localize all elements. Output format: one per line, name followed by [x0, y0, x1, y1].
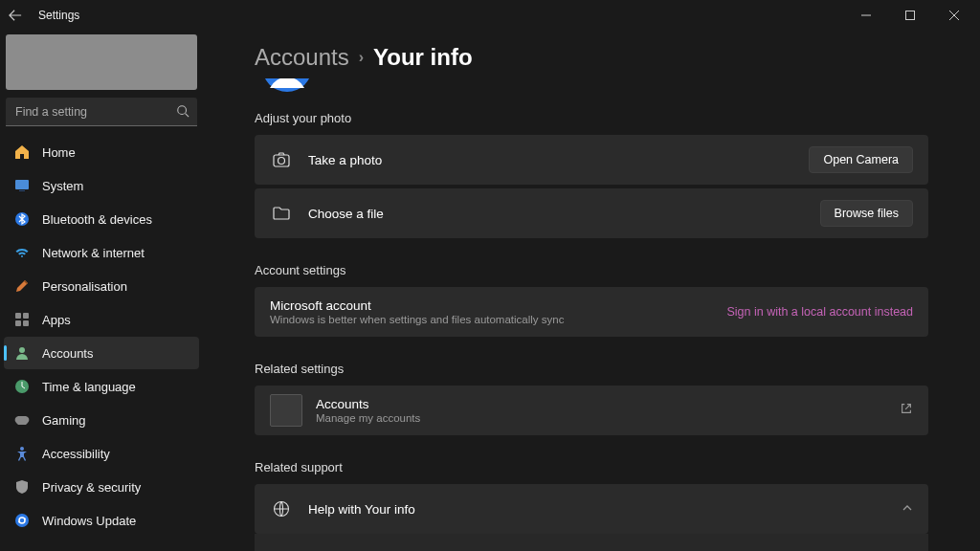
- sidebar-item-apps[interactable]: Apps: [4, 303, 199, 336]
- search-input[interactable]: [6, 98, 197, 126]
- sidebar-item-label: Network & internet: [42, 246, 145, 260]
- svg-point-11: [20, 447, 24, 451]
- sidebar-item-label: Gaming: [42, 413, 86, 428]
- open-external-icon[interactable]: [900, 402, 913, 419]
- sidebar-item-bluetooth[interactable]: Bluetooth & devices: [4, 203, 199, 235]
- accessibility-icon: [13, 446, 31, 461]
- card-choose-file: Choose a file Browse files: [255, 188, 928, 238]
- paint-icon: [13, 278, 31, 294]
- breadcrumb: Accounts › Your info: [255, 44, 928, 71]
- sidebar-item-label: Privacy & security: [42, 480, 141, 495]
- sidebar-item-label: Apps: [42, 313, 71, 327]
- user-info-panel[interactable]: [6, 34, 197, 90]
- main-content: Accounts › Your info Adjust your photo T…: [203, 31, 980, 551]
- sidebar-item-label: Home: [42, 145, 76, 160]
- svg-rect-2: [15, 180, 29, 189]
- maximize-button[interactable]: [888, 0, 932, 31]
- close-icon: [949, 11, 959, 20]
- nav-list: Home System Bluetooth & devices Network …: [4, 136, 199, 537]
- profile-avatar-slice: [262, 78, 312, 96]
- svg-rect-15: [274, 155, 289, 166]
- browse-files-button[interactable]: Browse files: [820, 200, 913, 227]
- sidebar-item-accounts[interactable]: Accounts: [4, 337, 199, 369]
- card-title: Accounts: [316, 397, 900, 411]
- home-icon: [13, 144, 31, 160]
- update-icon: [13, 513, 31, 528]
- card-subtitle: Windows is better when settings and file…: [270, 314, 726, 325]
- gaming-icon: [13, 412, 31, 428]
- sidebar: Home System Bluetooth & devices Network …: [0, 31, 203, 551]
- sidebar-item-accessibility[interactable]: Accessibility: [4, 437, 199, 470]
- sidebar-item-label: System: [42, 179, 83, 193]
- sidebar-item-system[interactable]: System: [4, 169, 199, 202]
- globe-clock-icon: [13, 379, 31, 394]
- section-label-adjust-photo: Adjust your photo: [255, 111, 928, 125]
- svg-rect-3: [19, 190, 25, 191]
- maximize-icon: [905, 11, 915, 20]
- card-title: Choose a file: [308, 207, 820, 221]
- chevron-up-icon: [902, 500, 913, 518]
- titlebar: Settings: [0, 0, 980, 31]
- breadcrumb-parent[interactable]: Accounts: [255, 44, 349, 71]
- section-label-related-support: Related support: [255, 460, 928, 474]
- card-subtitle: Manage my accounts: [316, 412, 900, 424]
- card-title: Help with Your info: [308, 502, 902, 517]
- arrow-left-icon: [9, 9, 22, 22]
- card-help-your-info[interactable]: Help with Your info: [255, 484, 928, 534]
- sidebar-item-label: Accounts: [42, 346, 93, 361]
- open-camera-button[interactable]: Open Camera: [809, 146, 913, 173]
- svg-rect-7: [15, 320, 21, 326]
- card-take-photo: Take a photo Open Camera: [255, 135, 928, 185]
- sidebar-item-label: Bluetooth & devices: [42, 212, 152, 227]
- card-microsoft-account: Microsoft account Windows is better when…: [255, 287, 928, 337]
- svg-point-9: [19, 347, 25, 353]
- sidebar-item-network[interactable]: Network & internet: [4, 236, 199, 269]
- camera-icon: [270, 150, 293, 169]
- sidebar-item-label: Personalisation: [42, 279, 127, 294]
- sidebar-item-gaming[interactable]: Gaming: [4, 404, 199, 436]
- accounts-thumbnail: [270, 394, 302, 427]
- globe-icon: [270, 500, 293, 518]
- sidebar-item-label: Accessibility: [42, 447, 110, 461]
- card-title: Microsoft account: [270, 298, 726, 313]
- local-account-link[interactable]: Sign in with a local account instead: [726, 305, 913, 319]
- system-icon: [13, 178, 31, 193]
- apps-icon: [13, 312, 31, 327]
- sidebar-item-windows-update[interactable]: Windows Update: [4, 504, 199, 537]
- close-button[interactable]: [932, 0, 976, 31]
- window-title: Settings: [38, 9, 79, 22]
- wifi-icon: [13, 245, 31, 260]
- card-title: Take a photo: [308, 153, 809, 167]
- sidebar-item-label: Windows Update: [42, 514, 136, 528]
- card-ms-login-help[interactable]: Logging in to your Microsoft account: [255, 534, 928, 551]
- sidebar-item-home[interactable]: Home: [4, 136, 199, 168]
- section-label-account-settings: Account settings: [255, 263, 928, 277]
- card-accounts[interactable]: Accounts Manage my accounts: [255, 386, 928, 435]
- shield-icon: [13, 479, 31, 495]
- back-button[interactable]: [4, 4, 27, 27]
- svg-rect-0: [906, 11, 915, 20]
- svg-rect-6: [23, 313, 29, 319]
- folder-icon: [270, 204, 293, 223]
- page-title: Your info: [373, 44, 473, 71]
- sidebar-item-label: Time & language: [42, 380, 136, 394]
- section-label-related-settings: Related settings: [255, 362, 928, 376]
- svg-rect-5: [15, 313, 21, 319]
- bluetooth-icon: [13, 211, 31, 227]
- sidebar-item-privacy[interactable]: Privacy & security: [4, 471, 199, 503]
- minimize-icon: [861, 11, 871, 20]
- sidebar-item-time-language[interactable]: Time & language: [4, 370, 199, 403]
- svg-rect-8: [23, 320, 29, 326]
- chevron-right-icon: ›: [359, 49, 364, 66]
- minimize-button[interactable]: [844, 0, 888, 31]
- svg-point-12: [15, 514, 29, 527]
- person-icon: [13, 345, 31, 361]
- svg-point-16: [278, 158, 285, 165]
- sidebar-item-personalisation[interactable]: Personalisation: [4, 270, 199, 302]
